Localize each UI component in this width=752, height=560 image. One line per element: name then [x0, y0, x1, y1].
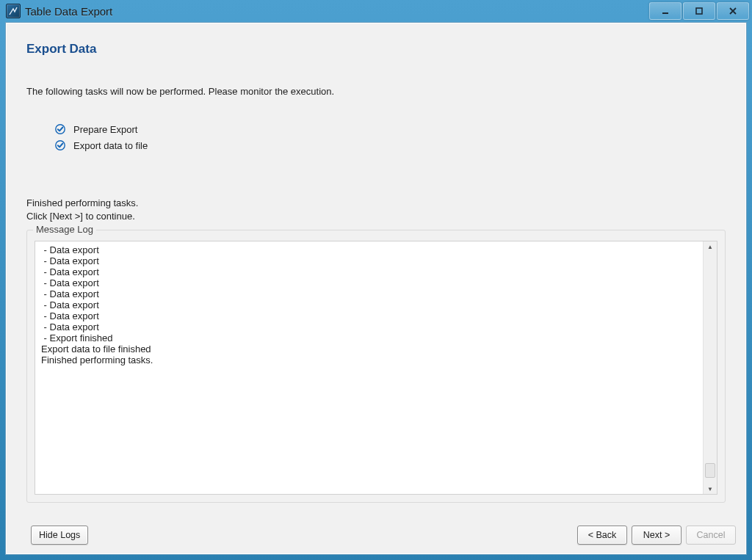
task-label: Export data to file	[73, 140, 148, 151]
intro-text: The following tasks will now be performe…	[26, 86, 726, 97]
maximize-button[interactable]	[683, 2, 715, 20]
status-line: Click [Next >] to continue.	[26, 210, 726, 223]
scroll-up-icon[interactable]: ▲	[704, 241, 717, 252]
message-log-box: - Data export - Data export - Data expor…	[35, 241, 717, 495]
back-button[interactable]: < Back	[577, 526, 627, 545]
hide-logs-button[interactable]: Hide Logs	[31, 526, 88, 545]
window-title: Table Data Export	[25, 5, 112, 18]
cancel-button: Cancel	[686, 526, 736, 545]
page-title: Export Data	[26, 42, 726, 57]
check-icon	[54, 123, 66, 135]
task-item: Export data to file	[54, 139, 726, 151]
task-item: Prepare Export	[54, 123, 726, 135]
check-icon	[54, 139, 66, 151]
message-log-legend: Message Log	[33, 224, 96, 235]
status-text: Finished performing tasks. Click [Next >…	[26, 197, 726, 222]
scroll-thumb[interactable]	[705, 463, 715, 478]
content: Export Data The following tasks will now…	[6, 23, 746, 516]
task-label: Prepare Export	[73, 124, 137, 135]
message-log-frame: Message Log - Data export - Data export …	[26, 230, 726, 503]
message-log-group: Message Log - Data export - Data export …	[26, 230, 726, 503]
scroll-down-icon[interactable]: ▼	[704, 484, 717, 494]
titlebar[interactable]: Table Data Export	[0, 0, 752, 22]
app-icon	[6, 4, 21, 18]
footer: Hide Logs < Back Next > Cancel	[6, 516, 746, 554]
svg-rect-0	[662, 12, 668, 14]
close-button[interactable]	[717, 2, 749, 20]
scrollbar[interactable]: ▲ ▼	[703, 241, 717, 494]
next-button[interactable]: Next >	[632, 526, 682, 545]
status-line: Finished performing tasks.	[26, 197, 726, 210]
client-area: Export Data The following tasks will now…	[5, 22, 747, 555]
window: Table Data Export Export Data The follow…	[0, 0, 752, 560]
svg-rect-1	[696, 8, 702, 14]
task-list: Prepare Export Export data to file	[54, 119, 726, 156]
message-log-text[interactable]: - Data export - Data export - Data expor…	[35, 241, 703, 494]
window-controls	[648, 2, 749, 20]
minimize-button[interactable]	[649, 2, 682, 20]
